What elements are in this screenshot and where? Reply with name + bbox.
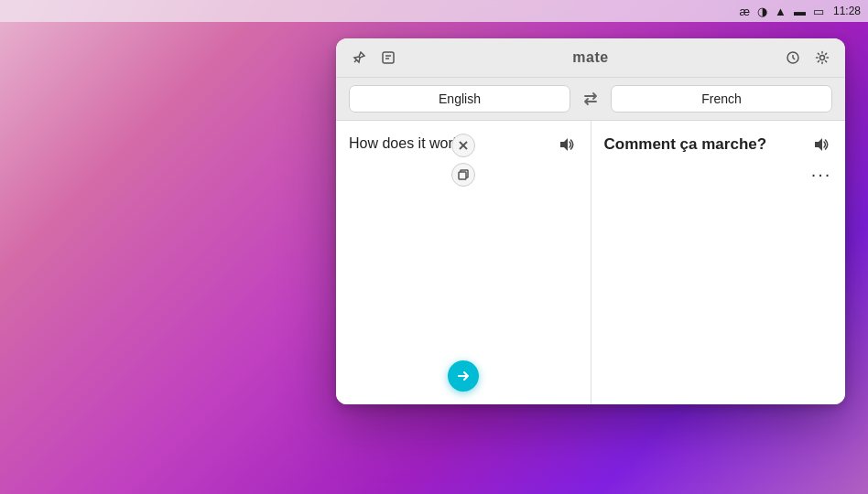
history-button[interactable]: [783, 48, 803, 68]
source-panel: How does it work?: [336, 121, 591, 404]
svg-rect-1: [383, 52, 394, 63]
swap-languages-button[interactable]: [578, 86, 603, 112]
speak-source-button[interactable]: [554, 132, 580, 157]
svg-rect-8: [459, 172, 466, 179]
center-action-buttons: [451, 134, 475, 187]
translate-arrow-button[interactable]: [448, 360, 479, 392]
translation-panels: How does it work?: [336, 121, 845, 404]
copy-source-button[interactable]: [451, 163, 475, 187]
clock: 11:28: [833, 5, 861, 17]
menubar: æ ◑ ▲ ▬ ▭ 11:28: [0, 0, 868, 22]
menubar-status-icons: æ ◑ ▲ ▬ ▭: [740, 5, 824, 17]
translated-text: Comment ça marche?: [604, 135, 767, 153]
target-language-button[interactable]: French: [611, 85, 832, 113]
settings-button[interactable]: [812, 48, 832, 68]
source-language-button[interactable]: English: [349, 85, 570, 113]
more-options-button[interactable]: ···: [808, 161, 834, 187]
ae-icon: æ: [740, 5, 751, 17]
arrow-button-container: [448, 360, 479, 392]
pin-button[interactable]: [349, 48, 369, 68]
notes-button[interactable]: [378, 48, 398, 68]
cloud-icon: ▲: [775, 5, 787, 17]
window-toolbar: mate: [336, 38, 845, 78]
clear-button[interactable]: [451, 134, 475, 157]
svg-point-5: [819, 56, 824, 60]
panels-wrapper: How does it work?: [336, 121, 845, 404]
dots-more-icon: ···: [811, 164, 832, 185]
target-panel: Comment ça marche? ···: [591, 121, 846, 404]
language-bar: English French: [336, 78, 845, 121]
toolbar-right: [783, 48, 832, 68]
toolbar-left: [349, 48, 398, 68]
app-title: mate: [572, 49, 608, 66]
speak-translated-button[interactable]: [808, 132, 834, 157]
brightness-icon: ◑: [757, 5, 767, 17]
target-panel-actions: ···: [808, 132, 834, 187]
wifi-icon: ▭: [813, 5, 824, 17]
battery-icon: ▬: [794, 5, 806, 17]
source-panel-actions: [554, 132, 580, 157]
app-window: mate English French: [336, 38, 845, 404]
svg-line-0: [354, 59, 357, 62]
window-notch: [580, 38, 602, 40]
